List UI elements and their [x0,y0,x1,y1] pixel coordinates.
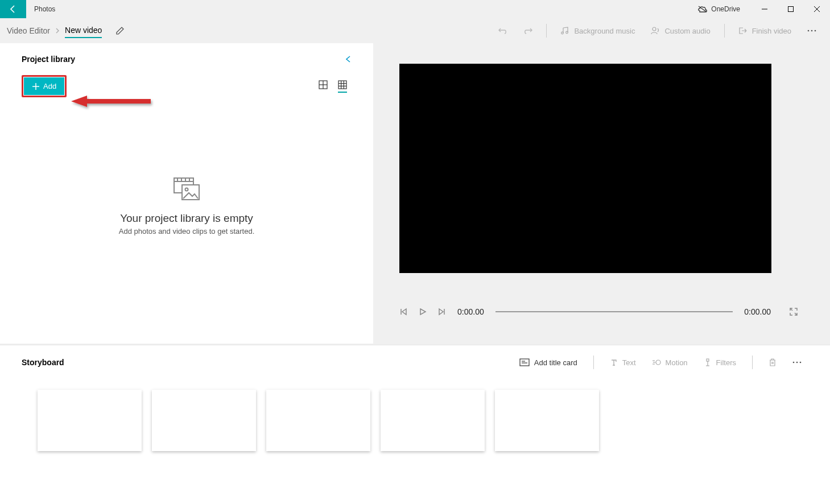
svg-point-7 [653,27,656,31]
svg-point-49 [800,362,802,363]
breadcrumb: Video Editor New video [7,23,125,38]
preview-area: 0:00.00 0:00.00 [373,43,830,344]
svg-point-48 [796,362,798,363]
svg-marker-32 [420,309,426,315]
more-button[interactable] [800,20,823,41]
add-button[interactable]: Add [24,77,64,95]
storyboard-slot[interactable] [152,390,256,451]
empty-title: Your project library is empty [22,212,352,225]
text-label: Text [622,358,636,367]
plus-icon [32,82,40,90]
chevron-right-icon [55,28,60,34]
svg-rect-16 [338,81,346,89]
titlebar: Photos OneDrive [0,0,830,18]
svg-point-5 [561,32,564,34]
view-large-grid-button[interactable] [319,80,328,93]
title-card-icon [519,358,530,366]
player-controls: 0:00.00 0:00.00 [399,307,798,316]
view-small-grid-button[interactable] [338,80,347,93]
time-total: 0:00.00 [744,307,771,316]
trash-icon [769,358,777,367]
storyboard-section: Storyboard Add title card Text Motion Fi… [0,345,830,504]
storyboard-slot[interactable] [381,390,485,451]
svg-point-8 [808,30,810,32]
redo-button[interactable] [517,20,539,41]
collapse-library-button[interactable] [345,55,352,64]
next-frame-button[interactable] [438,308,446,316]
svg-point-6 [566,31,568,34]
grid-large-icon [319,80,328,89]
more-icon [792,361,802,363]
svg-marker-21 [71,96,151,107]
motion-icon [652,358,661,366]
library-title: Project library [22,55,75,64]
undo-button[interactable] [492,20,514,41]
more-icon [807,30,816,32]
filters-label: Filters [716,358,736,367]
text-button[interactable]: Text [603,356,643,369]
storyboard-title: Storyboard [22,358,64,367]
project-library-panel: Project library Add [0,43,373,344]
add-title-card-button[interactable]: Add title card [513,356,584,369]
svg-marker-34 [439,309,443,315]
separator [546,24,547,38]
delete-button[interactable] [762,356,783,369]
breadcrumb-root[interactable]: Video Editor [7,24,50,38]
svg-rect-2 [788,7,794,12]
app-title: Photos [34,5,55,13]
finish-video-button[interactable]: Finish video [732,23,798,39]
storyboard-more-button[interactable] [786,359,808,366]
storyboard-cards [22,390,808,451]
separator [724,24,725,38]
custom-audio-button[interactable]: Custom audio [644,23,717,39]
video-preview[interactable] [399,64,771,273]
prev-frame-button[interactable] [399,308,407,316]
svg-point-10 [815,30,816,32]
finish-video-label: Finish video [752,27,791,35]
storyboard-slot[interactable] [266,390,370,451]
add-label: Add [43,82,56,90]
edit-title-button[interactable] [115,26,125,35]
filters-icon [704,358,712,366]
seek-bar[interactable] [495,311,733,312]
motion-button[interactable]: Motion [645,356,695,369]
grid-small-icon [338,80,347,89]
filters-button[interactable]: Filters [697,356,743,369]
svg-point-9 [811,30,813,32]
fullscreen-button[interactable] [789,307,798,316]
separator [752,356,753,369]
background-music-button[interactable]: Background music [554,23,642,39]
toolbar: Video Editor New video Background music … [0,18,830,43]
motion-label: Motion [666,358,688,367]
empty-library-icon [22,177,352,201]
audio-person-icon [651,26,660,35]
play-button[interactable] [419,308,427,316]
add-title-card-label: Add title card [534,358,577,367]
svg-point-47 [793,362,795,363]
add-button-highlight: Add [22,75,67,97]
annotation-arrow [71,94,156,110]
svg-rect-44 [707,359,709,361]
storyboard-slot[interactable] [38,390,142,451]
storyboard-slot[interactable] [495,390,599,451]
empty-subtitle: Add photos and video clips to get starte… [22,227,352,236]
library-empty-state: Your project library is empty Add photos… [22,177,352,236]
text-icon [610,358,618,366]
back-button[interactable] [0,0,26,18]
main-content: Project library Add [0,43,830,344]
svg-point-40 [656,360,660,365]
svg-marker-31 [402,309,406,315]
music-icon [560,26,569,35]
close-button[interactable] [804,0,830,18]
minimize-button[interactable] [751,0,778,18]
separator [593,356,594,369]
export-icon [738,26,748,35]
maximize-button[interactable] [778,0,804,18]
bg-music-label: Background music [574,27,635,35]
svg-rect-37 [520,359,529,366]
cloud-off-icon [697,5,708,13]
onedrive-label: OneDrive [711,5,740,13]
onedrive-status[interactable]: OneDrive [697,5,740,13]
custom-audio-label: Custom audio [664,27,710,35]
breadcrumb-current[interactable]: New video [65,23,102,38]
